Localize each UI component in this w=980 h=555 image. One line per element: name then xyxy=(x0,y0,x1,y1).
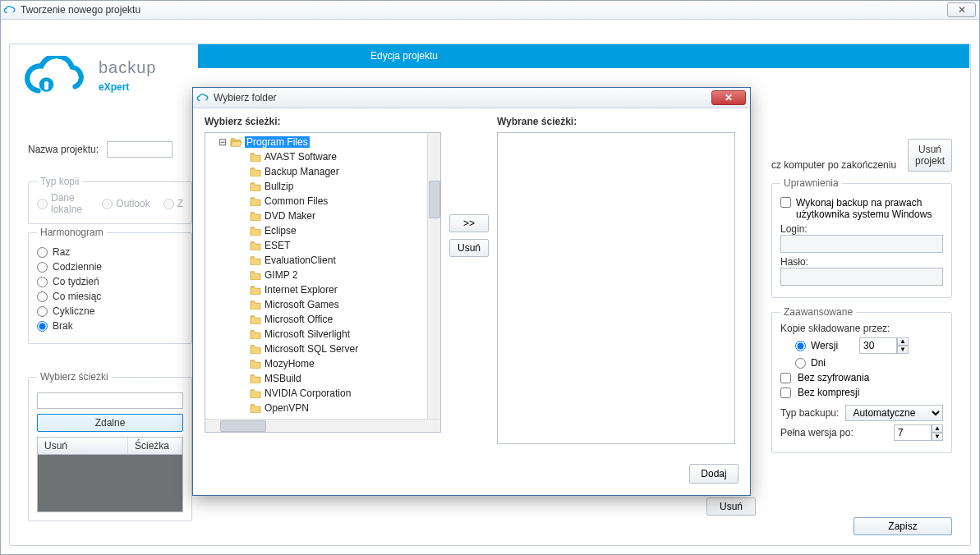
tree-node[interactable]: DVD Maker xyxy=(207,209,426,223)
save-button[interactable]: Zapisz xyxy=(853,517,952,535)
add-path-button[interactable]: >> xyxy=(449,214,489,232)
versions-input[interactable] xyxy=(859,337,897,354)
tree-toggle-icon[interactable]: ⊟ xyxy=(219,136,227,148)
versions-spinner[interactable]: ▲▼ xyxy=(859,337,909,354)
password-label: Hasło: xyxy=(780,256,943,268)
schedule-cyclic[interactable]: Cykliczne xyxy=(37,305,183,317)
app-icon xyxy=(4,4,16,16)
remote-button[interactable]: Zdalne xyxy=(37,414,183,432)
advanced-legend: Zaawansowane xyxy=(780,306,856,318)
folder-icon xyxy=(250,241,261,250)
tree-node[interactable]: Microsoft Office xyxy=(207,312,426,327)
copy-type-outlook[interactable]: Outlook xyxy=(102,192,150,215)
dialog-ok-button[interactable]: Dodaj xyxy=(689,464,738,484)
tree-node[interactable]: Oracle xyxy=(207,415,426,417)
dialog-titlebar: Wybierz folder ✕ xyxy=(193,88,750,108)
tree-node[interactable]: Microsoft Silverlight xyxy=(207,327,426,342)
schedule-legend: Harmonogram xyxy=(37,227,107,238)
tree-node[interactable]: Internet Explorer xyxy=(207,282,426,297)
winuser-checkbox[interactable]: Wykonaj backup na prawach użytkownika sy… xyxy=(780,197,943,220)
tree-node[interactable]: Common Files xyxy=(207,194,426,209)
dialog-icon xyxy=(197,92,209,103)
folder-icon xyxy=(250,226,261,236)
schedule-monthly[interactable]: Co miesiąc xyxy=(37,291,183,302)
grid-col-remove[interactable]: Usuń xyxy=(38,438,128,454)
select-paths-label: Wybierz ścieżki: xyxy=(205,116,441,127)
stored-for-label: Kopie składowane przez: xyxy=(780,323,943,334)
noenc-checkbox[interactable]: Bez szyfrowania xyxy=(780,372,943,383)
folder-open-icon xyxy=(230,137,242,147)
folder-icon xyxy=(250,285,261,295)
folder-icon xyxy=(250,403,261,413)
schedule-weekly[interactable]: Co tydzień xyxy=(37,276,183,287)
shutdown-checkbox[interactable]: cz komputer po zakończeniu xyxy=(771,159,952,171)
password-input[interactable] xyxy=(780,268,943,286)
tree-node-root[interactable]: ⊟Program Files xyxy=(207,135,426,149)
full-after-input[interactable] xyxy=(894,424,932,441)
full-after-up[interactable]: ▲ xyxy=(932,424,943,433)
stored-versions-radio[interactable]: Wersji xyxy=(795,340,853,351)
project-name-label: Nazwa projektu: xyxy=(28,144,99,155)
folder-tree[interactable]: ⊟Program FilesAVAST SoftwareBackup Manag… xyxy=(205,132,441,433)
path-input[interactable] xyxy=(37,392,183,409)
tree-node[interactable]: ESET xyxy=(207,238,426,253)
copy-type-group: Typ kopii Dane lokalne Outlook Z xyxy=(28,176,192,224)
folder-icon xyxy=(250,388,261,398)
login-label: Login: xyxy=(780,223,943,235)
folder-icon xyxy=(250,374,261,383)
main-titlebar: Tworzenie nowego projektu ✕ xyxy=(1,1,979,20)
versions-down[interactable]: ▼ xyxy=(897,346,909,354)
versions-up[interactable]: ▲ xyxy=(897,337,909,346)
backup-type-select[interactable]: Automatyczne xyxy=(845,405,943,421)
folder-icon xyxy=(250,152,261,162)
folder-icon xyxy=(250,329,261,339)
selected-paths-label: Wybrane ścieżki: xyxy=(497,116,735,127)
grid-col-path[interactable]: Ścieżka xyxy=(128,438,182,454)
dialog-title: Wybierz folder xyxy=(214,92,277,103)
schedule-daily[interactable]: Codziennie xyxy=(37,261,183,273)
tree-node[interactable]: Microsoft Games xyxy=(207,297,426,312)
stored-days-radio[interactable]: Dni xyxy=(795,357,826,369)
folder-icon xyxy=(250,196,261,206)
tree-node[interactable]: AVAST Software xyxy=(207,149,426,164)
tree-node[interactable]: GIMP 2 xyxy=(207,268,426,282)
tree-node[interactable]: MozyHome xyxy=(207,356,426,371)
tree-node[interactable]: OpenVPN xyxy=(207,401,426,415)
schedule-once[interactable]: Raz xyxy=(37,246,183,258)
remove-selected-button[interactable]: Usuń xyxy=(706,498,756,516)
tree-node[interactable]: Microsoft SQL Server xyxy=(207,342,426,356)
full-after-label: Pełna wersja po: xyxy=(780,427,887,438)
tree-node[interactable]: Backup Manager xyxy=(207,164,426,179)
copy-type-other[interactable]: Z xyxy=(163,192,183,215)
remove-path-button[interactable]: Usuń xyxy=(449,239,489,257)
login-input[interactable] xyxy=(780,235,943,253)
advanced-group: Zaawansowane Kopie składowane przez: Wer… xyxy=(771,306,952,453)
paths-grid[interactable]: Usuń Ścieżka xyxy=(37,437,183,512)
tree-node[interactable]: EvaluationClient xyxy=(207,253,426,268)
folder-icon xyxy=(250,270,261,280)
tree-node[interactable]: MSBuild xyxy=(207,371,426,386)
tree-node[interactable]: NVIDIA Corporation xyxy=(207,386,426,401)
copy-type-local[interactable]: Dane lokalne xyxy=(37,192,89,215)
selected-paths-list[interactable] xyxy=(497,132,735,444)
tree-scrollbar-horizontal[interactable] xyxy=(205,419,440,432)
permissions-group: Uprawnienia Wykonaj backup na prawach uż… xyxy=(771,177,952,298)
full-after-down[interactable]: ▼ xyxy=(932,433,943,441)
full-after-spinner[interactable]: ▲▼ xyxy=(894,424,943,441)
folder-icon xyxy=(250,255,261,265)
folder-icon xyxy=(250,314,261,324)
tree-node[interactable]: Bullzip xyxy=(207,179,426,194)
dialog-close-button[interactable]: ✕ xyxy=(711,90,746,105)
main-close-button[interactable]: ✕ xyxy=(947,2,976,17)
folder-icon xyxy=(250,211,261,221)
schedule-none[interactable]: Brak xyxy=(37,320,183,332)
project-name-input[interactable] xyxy=(107,141,173,158)
folder-icon xyxy=(250,359,261,369)
permissions-legend: Uprawnienia xyxy=(780,177,842,189)
paths-group: Wybierz ścieżki Zdalne Usuń Ścieżka xyxy=(28,371,192,521)
tree-node[interactable]: Eclipse xyxy=(207,223,426,238)
folder-dialog: Wybierz folder ✕ Wybierz ścieżki: ⊟Progr… xyxy=(192,87,751,496)
copy-type-legend: Typ kopii xyxy=(37,176,82,187)
nocomp-checkbox[interactable]: Bez kompresji xyxy=(780,387,943,398)
tree-scrollbar-vertical[interactable] xyxy=(427,133,440,419)
